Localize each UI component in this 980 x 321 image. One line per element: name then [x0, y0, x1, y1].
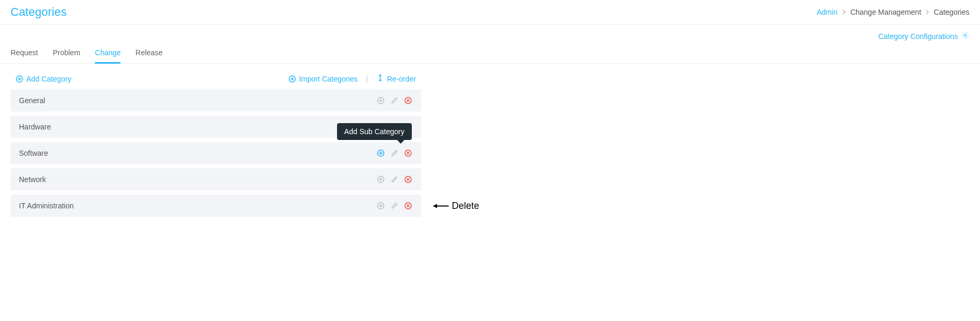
config-link-label: Category Configurations [878, 32, 958, 41]
config-bar: Category Configurations [0, 25, 980, 41]
tab-change[interactable]: Change [95, 48, 121, 63]
row-actions [376, 148, 413, 158]
row-actions [376, 175, 413, 184]
add-sub-category-button[interactable] [376, 148, 385, 158]
delete-button[interactable] [403, 175, 413, 184]
reorder-icon [377, 74, 384, 83]
x-circle-icon [404, 149, 412, 157]
edit-button[interactable] [390, 201, 399, 210]
edit-button[interactable] [390, 175, 399, 184]
x-circle-icon [404, 97, 412, 104]
category-name: Hardware [19, 123, 51, 131]
category-configurations-link[interactable]: Category Configurations [878, 31, 969, 41]
edit-button[interactable] [390, 96, 399, 105]
category-name: General [19, 96, 45, 105]
category-list: General [11, 89, 421, 217]
plus-circle-icon [377, 149, 384, 157]
arrow-left-icon [433, 202, 449, 209]
chevron-right-icon [925, 8, 929, 16]
breadcrumb-admin[interactable]: Admin [817, 8, 838, 16]
tab-request[interactable]: Request [11, 48, 38, 63]
import-categories-button[interactable]: Import Categories [289, 75, 358, 83]
reorder-button[interactable]: Re-order [377, 74, 416, 83]
category-name: IT Administration [19, 202, 74, 210]
chevron-right-icon [842, 8, 846, 16]
page-title: Categories [11, 5, 66, 19]
breadcrumb: Admin Change Management Categories [817, 8, 969, 16]
breadcrumb-change-management[interactable]: Change Management [850, 8, 922, 16]
add-sub-category-button[interactable] [376, 175, 385, 184]
page-header: Categories Admin Change Management Categ… [0, 0, 980, 25]
x-circle-icon [404, 202, 412, 209]
content-area: Add Category Import Categories | Re-orde… [0, 64, 432, 224]
category-name: Software [19, 149, 48, 157]
category-row[interactable]: Network [11, 168, 421, 190]
plus-circle-icon [289, 75, 296, 83]
plus-circle-icon [377, 176, 384, 183]
svg-marker-14 [433, 204, 437, 208]
add-category-button[interactable]: Add Category [16, 75, 72, 83]
import-label: Import Categories [299, 75, 358, 83]
plus-circle-icon [16, 75, 23, 83]
category-row[interactable]: IT Administration [11, 195, 421, 217]
row-actions [376, 96, 413, 105]
plus-circle-icon [377, 97, 384, 104]
module-tabs: Request Problem Change Release [0, 41, 980, 64]
tab-release[interactable]: Release [135, 48, 162, 63]
annotation-delete-label: Delete [452, 200, 479, 212]
category-row[interactable]: General [11, 89, 421, 112]
pencil-icon [391, 149, 398, 157]
category-toolbar: Add Category Import Categories | Re-orde… [11, 71, 421, 89]
svg-point-0 [964, 34, 966, 36]
breadcrumb-categories: Categories [934, 8, 969, 16]
add-sub-category-button[interactable] [376, 201, 385, 210]
pencil-icon [391, 202, 398, 209]
add-sub-category-button[interactable] [376, 96, 385, 105]
x-circle-icon [404, 176, 412, 183]
delete-button[interactable] [403, 201, 413, 210]
category-name: Network [19, 175, 46, 184]
pencil-icon [391, 176, 398, 183]
plus-circle-icon [377, 202, 384, 209]
category-row[interactable]: Software Add Sub Cate [11, 142, 421, 164]
delete-button[interactable] [403, 148, 413, 158]
tooltip-add-sub-category: Add Sub Category [337, 123, 412, 140]
gear-icon [961, 31, 969, 41]
tab-problem[interactable]: Problem [53, 48, 80, 63]
edit-button[interactable] [390, 148, 399, 158]
annotation-delete: Delete [433, 200, 479, 212]
reorder-label: Re-order [387, 75, 416, 83]
delete-button[interactable] [403, 96, 413, 105]
divider: | [366, 75, 368, 83]
row-actions [376, 201, 413, 210]
pencil-icon [391, 97, 398, 104]
add-category-label: Add Category [26, 75, 72, 83]
